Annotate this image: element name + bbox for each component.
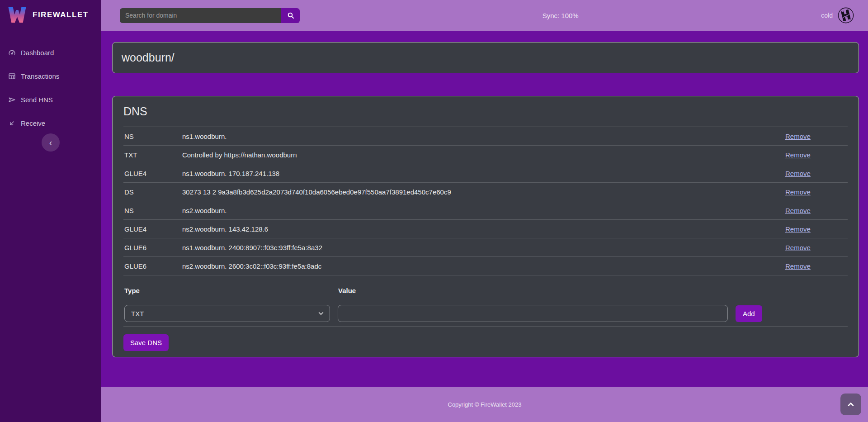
remove-link[interactable]: Remove xyxy=(785,151,811,159)
record-type: GLUE4 xyxy=(124,225,182,233)
domain-card: woodburn/ xyxy=(112,42,859,73)
page-content: woodburn/ DNS NS ns1.woodburn. Remove TX… xyxy=(101,31,868,387)
record-value-input[interactable] xyxy=(338,305,728,322)
send-icon xyxy=(8,96,16,104)
remove-link[interactable]: Remove xyxy=(785,262,811,270)
record-type: NS xyxy=(124,133,182,140)
record-value: ns2.woodburn. xyxy=(182,207,785,214)
search-button[interactable] xyxy=(281,8,300,23)
record-type-select-wrap: TXT xyxy=(124,305,330,322)
copyright-text: Copyright © FireWallet 2023 xyxy=(448,401,522,408)
record-value: ns1.woodburn. 2400:8907::f03c:93ff:fe5a:… xyxy=(182,244,785,251)
table-row: DS 30273 13 2 9a3a8fb3d625d2a2073d740f10… xyxy=(123,183,848,201)
remove-link[interactable]: Remove xyxy=(785,244,811,251)
table-row: NS ns2.woodburn. Remove xyxy=(123,201,848,220)
wallet-name: cold xyxy=(821,12,833,19)
record-value: ns1.woodburn. xyxy=(182,133,785,140)
record-value: ns2.woodburn. 2600:3c02::f03c:93ff:fe5a:… xyxy=(182,262,785,270)
table-row: GLUE4 ns1.woodburn. 170.187.241.138 Remo… xyxy=(123,164,848,183)
scroll-to-top-button[interactable] xyxy=(840,394,861,415)
dns-card: DNS NS ns1.woodburn. Remove TXT Controll… xyxy=(112,96,859,357)
sync-status: Sync: 100% xyxy=(300,12,821,19)
sidebar-item-transactions[interactable]: Transactions xyxy=(0,64,101,88)
sidebar: FIREWALLET Dashboard Transactions Send H… xyxy=(0,0,101,422)
record-action-cell: Remove xyxy=(785,133,848,140)
sidebar-item-label: Transactions xyxy=(21,72,59,80)
record-action-cell: Remove xyxy=(785,151,848,159)
sidebar-item-label: Send HNS xyxy=(21,96,53,104)
remove-link[interactable]: Remove xyxy=(785,225,811,233)
record-value: 30273 13 2 9a3a8fb3d625d2a2073d740f10da6… xyxy=(182,188,785,196)
sidebar-item-label: Receive xyxy=(21,119,45,127)
record-action-cell: Remove xyxy=(785,207,848,214)
table-row: GLUE4 ns2.woodburn. 143.42.128.6 Remove xyxy=(123,220,848,238)
record-type: TXT xyxy=(124,151,182,159)
save-dns-button[interactable]: Save DNS xyxy=(123,334,169,351)
record-type-select[interactable]: TXT xyxy=(124,305,330,322)
record-type: DS xyxy=(124,188,182,196)
sidebar-item-send-hns[interactable]: Send HNS xyxy=(0,88,101,111)
search-input[interactable] xyxy=(120,8,281,23)
record-action-cell: Remove xyxy=(785,225,848,233)
remove-link[interactable]: Remove xyxy=(785,133,811,140)
table-icon xyxy=(8,72,16,80)
record-action-cell: Remove xyxy=(785,188,848,196)
topbar: Sync: 100% cold xyxy=(101,0,868,31)
record-type: GLUE6 xyxy=(124,244,182,251)
gauge-icon xyxy=(8,49,16,57)
chevron-left-icon: ‹ xyxy=(49,138,52,147)
dns-records-table: NS ns1.woodburn. Remove TXT Controlled b… xyxy=(123,127,848,275)
domain-search xyxy=(120,8,300,23)
handshake-icon xyxy=(837,7,854,24)
receive-icon xyxy=(8,119,16,127)
brand-name: FIREWALLET xyxy=(33,10,89,19)
add-record-button[interactable]: Add xyxy=(736,305,762,322)
remove-link[interactable]: Remove xyxy=(785,170,811,177)
page-title: woodburn/ xyxy=(122,51,849,64)
dns-section-title: DNS xyxy=(123,105,848,118)
sidebar-item-receive[interactable]: Receive xyxy=(0,111,101,135)
record-value: ns2.woodburn. 143.42.128.6 xyxy=(182,225,785,233)
record-type: NS xyxy=(124,207,182,214)
footer: Copyright © FireWallet 2023 xyxy=(101,387,868,422)
remove-link[interactable]: Remove xyxy=(785,188,811,196)
wallet-switcher[interactable]: cold xyxy=(821,7,854,24)
sidebar-nav: Dashboard Transactions Send HNS Receive xyxy=(0,41,101,135)
sidebar-item-dashboard[interactable]: Dashboard xyxy=(0,41,101,64)
record-value: ns1.woodburn. 170.187.241.138 xyxy=(182,170,785,177)
value-column-header: Value xyxy=(338,287,848,294)
firewallet-logo-icon xyxy=(7,6,27,24)
remove-link[interactable]: Remove xyxy=(785,207,811,214)
record-action-cell: Remove xyxy=(785,170,848,177)
add-record-form: TXT Add xyxy=(123,301,848,327)
table-row: GLUE6 ns1.woodburn. 2400:8907::f03c:93ff… xyxy=(123,238,848,257)
add-record-headers: Type Value xyxy=(123,275,848,301)
table-row: TXT Controlled by https://nathan.woodbur… xyxy=(123,146,848,164)
table-row: GLUE6 ns2.woodburn. 2600:3c02::f03c:93ff… xyxy=(123,257,848,275)
sidebar-item-label: Dashboard xyxy=(21,49,54,57)
record-value: Controlled by https://nathan.woodburn xyxy=(182,151,785,159)
type-column-header: Type xyxy=(124,287,338,294)
search-icon xyxy=(287,12,294,19)
record-action-cell: Remove xyxy=(785,244,848,251)
brand[interactable]: FIREWALLET xyxy=(0,0,101,28)
record-type: GLUE4 xyxy=(124,170,182,177)
record-action-cell: Remove xyxy=(785,262,848,270)
sidebar-collapse-button[interactable]: ‹ xyxy=(42,133,60,152)
main-column: Sync: 100% cold woodburn/ DNS xyxy=(101,0,868,422)
table-row: NS ns1.woodburn. Remove xyxy=(123,127,848,146)
chevron-up-icon xyxy=(847,401,854,408)
record-type: GLUE6 xyxy=(124,262,182,270)
